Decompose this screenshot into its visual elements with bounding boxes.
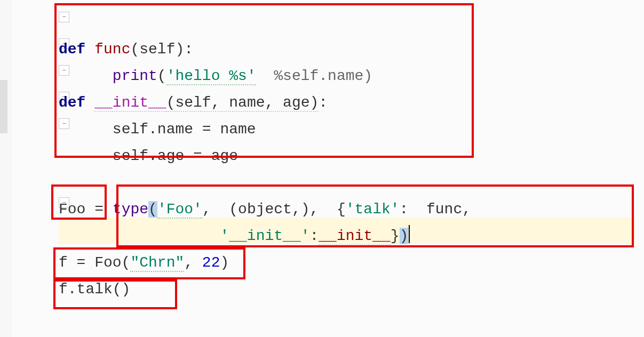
signature: (self):: [130, 41, 193, 58]
line-8: '__init__':__init__}): [59, 228, 410, 244]
string-literal: 'hello %s': [166, 68, 256, 85]
line-7: Foo = type('Foo', (object,), {'talk': fu…: [59, 201, 471, 219]
keyword-def: def: [59, 94, 85, 111]
line-5: self.age = age: [59, 148, 238, 164]
builtin-type: type: [113, 201, 148, 218]
gutter: [0, 0, 12, 337]
string-literal: "Chrn": [130, 254, 184, 272]
code-text: f.talk(): [59, 281, 130, 298]
dunder-init: __init__: [94, 94, 166, 112]
signature: (self, name, age): [166, 94, 319, 112]
func-name: func: [94, 41, 130, 58]
comma: ,: [184, 254, 202, 271]
line-1: def func(self):: [59, 41, 193, 58]
code-text: : func,: [400, 201, 471, 218]
colon: :: [309, 228, 319, 244]
identifier: __init__: [319, 228, 390, 245]
code-text: self.age = age: [113, 148, 238, 164]
line-6-blank: [59, 174, 68, 191]
code-text: self.name = name: [113, 121, 256, 138]
number-literal: 22: [202, 254, 220, 271]
code-text: f = Foo(: [59, 254, 130, 271]
caret-icon: [409, 225, 410, 243]
line-4: self.name = name: [59, 121, 256, 138]
change-marker: [0, 80, 7, 133]
string-literal: 'talk': [346, 201, 400, 218]
string-literal: 'Foo': [157, 201, 202, 219]
string-literal: '__init__': [220, 228, 309, 244]
code-area[interactable]: def func(self): print('hello %s' %self.n…: [59, 10, 471, 303]
builtin-print: print: [113, 68, 157, 84]
colon: :: [319, 94, 328, 111]
code-text: %self.name): [256, 68, 372, 84]
eq: =: [85, 201, 112, 218]
line-3: def __init__(self, name, age):: [59, 94, 328, 112]
code-text: , (object,), {: [202, 201, 346, 218]
identifier: Foo: [59, 201, 85, 218]
code-editor[interactable]: def func(self): print('hello %s' %self.n…: [0, 0, 644, 337]
line-2: print('hello %s' %self.name): [59, 68, 372, 85]
line-10: f.talk(): [59, 281, 130, 298]
paren-highlight: (: [148, 201, 157, 218]
indent: [59, 228, 220, 244]
line-9: f = Foo("Chrn", 22): [59, 254, 229, 272]
keyword-def: def: [59, 41, 85, 58]
paren-highlight: ): [400, 228, 409, 244]
paren: ): [220, 254, 229, 271]
brace: }: [391, 228, 400, 244]
